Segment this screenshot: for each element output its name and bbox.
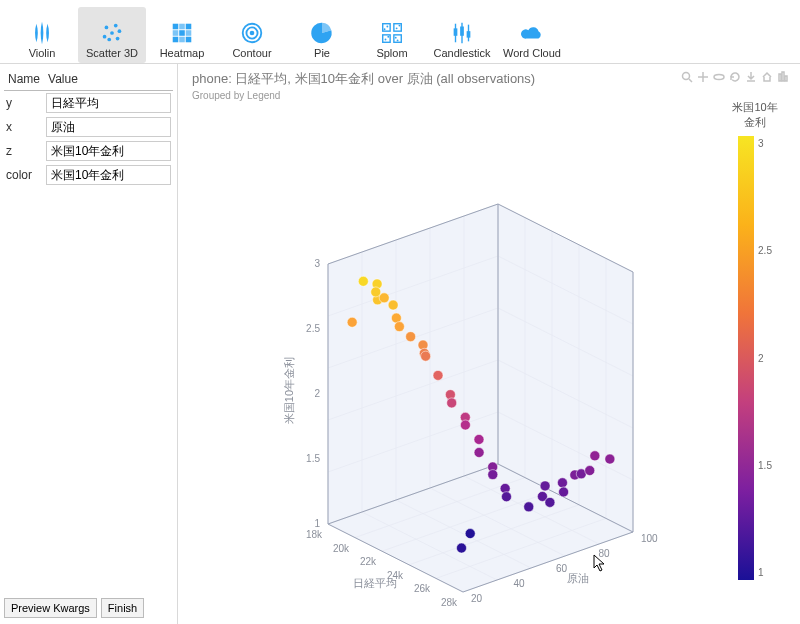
svg-text:1: 1 — [314, 518, 320, 529]
svg-text:22k: 22k — [360, 556, 377, 567]
tool-label: Contour — [232, 47, 271, 59]
data-point[interactable] — [388, 300, 398, 310]
svg-text:28k: 28k — [441, 597, 458, 608]
data-point[interactable] — [394, 322, 404, 332]
plotly-modebar — [680, 70, 790, 84]
param-value-input[interactable] — [46, 93, 171, 113]
svg-line-38 — [689, 79, 692, 82]
data-point[interactable] — [379, 293, 389, 303]
logo-icon[interactable] — [776, 70, 790, 84]
svg-text:3: 3 — [314, 258, 320, 269]
colorbar-tick: 1 — [758, 567, 772, 578]
tool-label: Pie — [314, 47, 330, 59]
tool-label: Heatmap — [160, 47, 205, 59]
download-icon[interactable] — [744, 70, 758, 84]
svg-rect-11 — [179, 30, 185, 36]
svg-text:米国10年金利: 米国10年金利 — [283, 357, 295, 424]
tool-contour[interactable]: Contour — [218, 7, 286, 63]
data-point[interactable] — [460, 420, 470, 430]
colorbar: 米国10年金利 32.521.51 — [730, 100, 780, 580]
svg-rect-15 — [186, 37, 192, 43]
chart-subtitle: Grouped by Legend — [192, 90, 790, 101]
param-name: z — [4, 139, 44, 163]
svg-rect-12 — [186, 30, 192, 36]
param-name: x — [4, 115, 44, 139]
data-point[interactable] — [447, 398, 457, 408]
main-area: Name Value yxzcolor Preview Kwargs Finis… — [0, 64, 800, 624]
data-point[interactable] — [457, 543, 467, 553]
tool-pie[interactable]: Pie — [288, 7, 356, 63]
finish-button[interactable]: Finish — [101, 598, 144, 618]
param-row: y — [4, 91, 173, 116]
param-row: x — [4, 115, 173, 139]
data-point[interactable] — [406, 332, 416, 342]
pan-icon[interactable] — [696, 70, 710, 84]
svg-rect-36 — [467, 31, 471, 38]
data-point[interactable] — [347, 317, 357, 327]
data-point[interactable] — [559, 487, 569, 497]
svg-point-6 — [107, 38, 111, 42]
svg-text:2.5: 2.5 — [306, 323, 320, 334]
data-point[interactable] — [371, 287, 381, 297]
svg-point-4 — [116, 37, 120, 41]
svg-point-0 — [105, 26, 109, 30]
chart-type-toolbar: ViolinScatter 3DHeatmapContourPieSplomCa… — [0, 0, 800, 64]
svg-rect-9 — [186, 24, 192, 30]
orbit-icon[interactable] — [712, 70, 726, 84]
data-point[interactable] — [358, 276, 368, 286]
param-value-input[interactable] — [46, 117, 171, 137]
colorbar-tick: 2.5 — [758, 245, 772, 256]
data-point[interactable] — [501, 492, 511, 502]
svg-rect-19 — [383, 24, 390, 31]
zoom-icon[interactable] — [680, 70, 694, 84]
data-point[interactable] — [465, 529, 475, 539]
data-point[interactable] — [488, 470, 498, 480]
data-point[interactable] — [557, 478, 567, 488]
svg-point-5 — [118, 29, 122, 33]
scatter3d-plot[interactable]: 18k20k22k24k26k28k2040608010011.522.53日経… — [208, 104, 728, 604]
svg-rect-7 — [173, 24, 179, 30]
tool-label: Candlestick — [434, 47, 491, 59]
data-point[interactable] — [540, 481, 550, 491]
svg-rect-32 — [454, 28, 458, 35]
preview-kwargs-button[interactable]: Preview Kwargs — [4, 598, 97, 618]
svg-point-18 — [250, 31, 255, 36]
candlestick-icon — [448, 19, 476, 47]
tool-heatmap[interactable]: Heatmap — [148, 7, 216, 63]
data-point[interactable] — [585, 466, 595, 476]
home-icon[interactable] — [760, 70, 774, 84]
heatmap-icon — [168, 19, 196, 47]
svg-point-24 — [386, 26, 388, 28]
tool-splom[interactable]: Splom — [358, 7, 426, 63]
param-value-input[interactable] — [46, 165, 171, 185]
wordcloud-icon — [518, 19, 546, 47]
param-row: z — [4, 139, 173, 163]
svg-rect-20 — [394, 24, 401, 31]
svg-rect-8 — [179, 24, 185, 30]
svg-point-2 — [103, 35, 107, 39]
reset-icon[interactable] — [728, 70, 742, 84]
svg-point-39 — [714, 75, 724, 80]
svg-text:60: 60 — [556, 563, 568, 574]
data-point[interactable] — [433, 370, 443, 380]
param-value-input[interactable] — [46, 141, 171, 161]
data-point[interactable] — [421, 351, 431, 361]
data-point[interactable] — [524, 502, 534, 512]
svg-point-25 — [396, 27, 398, 29]
chart-panel: phone: 日経平均, 米国10年金利 over 原油 (all observ… — [178, 64, 800, 624]
data-point[interactable] — [474, 434, 484, 444]
data-point[interactable] — [474, 448, 484, 458]
svg-text:20k: 20k — [333, 543, 350, 554]
data-point[interactable] — [605, 454, 615, 464]
svg-point-30 — [395, 37, 397, 39]
tool-candlestick[interactable]: Candlestick — [428, 7, 496, 63]
data-point[interactable] — [545, 497, 555, 507]
pie-icon — [308, 19, 336, 47]
svg-text:20: 20 — [471, 593, 483, 604]
tool-label: Splom — [376, 47, 407, 59]
tool-wordcloud[interactable]: Word Cloud — [498, 7, 566, 63]
tool-scatter3d[interactable]: Scatter 3D — [78, 7, 146, 63]
tool-violin[interactable]: Violin — [8, 7, 76, 63]
data-point[interactable] — [590, 451, 600, 461]
params-header-value: Value — [44, 68, 173, 91]
